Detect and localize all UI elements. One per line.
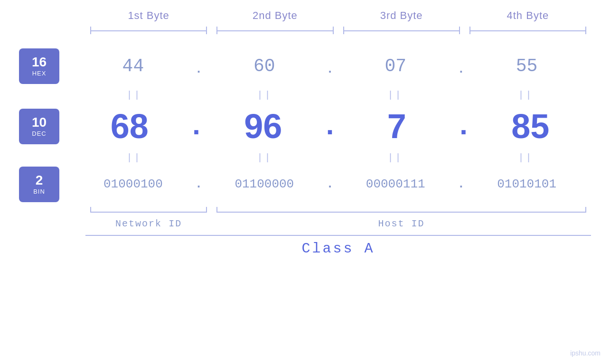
class-line	[85, 235, 591, 236]
hex-byte3-cell: 07	[331, 56, 460, 76]
hex-byte2-cell: 60	[200, 56, 328, 76]
dec-byte3: 7	[387, 109, 406, 143]
bin-values-row: 01000100 . 01100000 . 00000111 . 0101010…	[69, 177, 591, 191]
dec-badge: 10 DEC	[19, 109, 59, 144]
eq2-1: ||	[69, 151, 199, 164]
eq1-1: ||	[69, 88, 199, 102]
dec-byte1-cell: 68	[69, 109, 190, 143]
bin-byte4-cell: 01010101	[462, 177, 591, 191]
labels-row: Network ID Host ID	[85, 218, 591, 229]
eq2-4: ||	[460, 151, 591, 164]
eq1-3: ||	[330, 88, 460, 102]
eq2-3: ||	[330, 151, 460, 164]
network-id-label: Network ID	[85, 218, 212, 229]
bracket-2	[216, 26, 333, 35]
bin-byte2-cell: 01100000	[200, 177, 328, 191]
bracket-3	[343, 26, 460, 35]
dec-byte4-cell: 85	[470, 109, 591, 143]
hex-badge: 16 HEX	[19, 48, 59, 84]
hex-base: 16	[32, 55, 47, 70]
bracket-4	[469, 26, 586, 35]
header-byte2: 2nd Byte	[212, 9, 338, 22]
main-container: 1st Byte 2nd Byte 3rd Byte 4th Byte 16 H…	[0, 0, 610, 364]
hex-label: HEX	[32, 70, 47, 77]
byte-headers: 1st Byte 2nd Byte 3rd Byte 4th Byte	[19, 9, 591, 22]
bin-badge: 2 BIN	[19, 167, 59, 202]
header-byte4: 4th Byte	[465, 9, 591, 22]
hex-values-row: 44 . 60 . 07 . 55	[69, 56, 591, 76]
watermark: ipshu.com	[570, 349, 601, 357]
equals-row-1: || || || ||	[19, 88, 591, 102]
bin-byte4: 01010101	[497, 177, 556, 191]
hex-byte2: 60	[253, 56, 275, 76]
dec-base: 10	[32, 115, 47, 130]
dec-byte3-cell: 7	[336, 109, 457, 143]
dec-byte1: 68	[111, 109, 149, 143]
hex-byte1: 44	[122, 56, 144, 76]
bin-byte1: 01000100	[103, 177, 163, 191]
class-row: Class A	[19, 235, 591, 257]
bottom-bracket-area: Network ID Host ID	[19, 207, 591, 229]
bin-byte3: 00000111	[366, 177, 425, 191]
hex-byte4: 55	[516, 56, 538, 76]
hex-byte3: 07	[385, 56, 406, 76]
hex-byte4-cell: 55	[462, 56, 591, 76]
bin-byte3-cell: 00000111	[331, 177, 460, 191]
bin-label: BIN	[33, 188, 45, 195]
header-byte1: 1st Byte	[85, 9, 212, 22]
bracket-1	[90, 26, 207, 35]
network-bracket	[85, 207, 212, 216]
dec-label: DEC	[32, 130, 46, 137]
bin-byte2: 01100000	[235, 177, 294, 191]
eq1-4: ||	[460, 88, 591, 102]
equals-row-2: || || || ||	[19, 151, 591, 164]
bin-byte1-cell: 01000100	[69, 177, 197, 191]
bin-base: 2	[36, 173, 43, 188]
dec-byte2-cell: 96	[203, 109, 324, 143]
bin-row: 2 BIN 01000100 . 01100000 . 00000111 . 0…	[19, 165, 591, 203]
dec-values-row: 68 . 96 . 7 . 85	[69, 109, 591, 143]
host-id-label: Host ID	[212, 218, 591, 229]
dec-row: 10 DEC 68 . 96 . 7 . 85	[19, 103, 591, 150]
hex-row: 16 HEX 44 . 60 . 07 . 55	[19, 45, 591, 87]
host-bracket	[212, 207, 591, 216]
eq2-2: ||	[199, 151, 330, 164]
dec-byte4: 85	[511, 109, 549, 143]
class-label: Class A	[85, 241, 591, 257]
hex-byte1-cell: 44	[69, 56, 197, 76]
eq1-2: ||	[199, 88, 330, 102]
bottom-brackets	[85, 207, 591, 216]
dec-byte2: 96	[244, 109, 282, 143]
header-byte3: 3rd Byte	[338, 9, 465, 22]
top-brackets	[19, 26, 591, 35]
